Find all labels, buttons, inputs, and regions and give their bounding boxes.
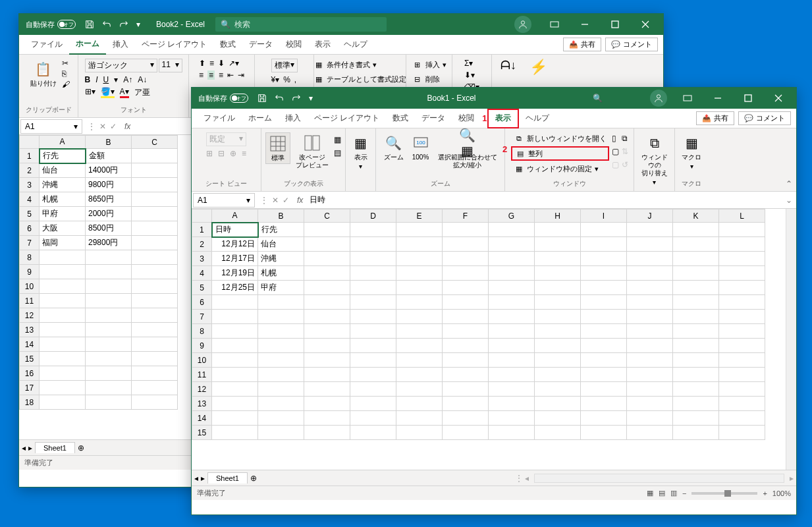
cell[interactable] [443,382,489,397]
cell[interactable] [350,339,396,353]
row-header[interactable]: 4 [192,266,212,281]
cell[interactable] [581,266,627,281]
cell[interactable]: 仙台 [258,237,304,252]
tab-insert[interactable]: 挿入 [106,35,135,55]
cut-icon[interactable]: ✂ [62,59,70,68]
select-all-corner[interactable] [192,209,212,223]
cell[interactable] [304,426,350,440]
cell[interactable] [396,339,443,353]
sheet-nav-next-icon[interactable]: ▸ [201,474,205,483]
cell[interactable] [212,411,258,426]
redo-icon[interactable] [292,94,301,103]
cell[interactable] [212,339,258,353]
row-header[interactable]: 7 [192,310,212,324]
tab-home[interactable]: ホーム [242,109,279,128]
titlebar[interactable]: 自動保存 オフ ▾ Book2 - Excel 🔍 検索 [19,14,663,35]
cell[interactable] [258,368,304,382]
save-icon[interactable] [257,94,267,103]
cell[interactable] [304,382,350,397]
new-sheet-icon[interactable]: ⊕ [250,474,257,483]
cell[interactable] [719,310,765,324]
cell[interactable] [581,237,627,252]
cell[interactable] [396,310,443,324]
cell[interactable] [535,411,581,426]
cell[interactable] [489,295,535,310]
cell[interactable] [627,295,673,310]
cell[interactable] [304,411,350,426]
maximize-button[interactable] [600,14,630,35]
align-bot-icon[interactable]: ⬇ [218,59,225,68]
cell[interactable] [396,295,443,310]
cell[interactable] [719,426,765,440]
cell[interactable] [443,223,489,237]
cell[interactable] [673,397,719,411]
cell[interactable] [489,411,535,426]
cell[interactable] [535,310,581,324]
qat-dropdown-icon[interactable]: ▾ [309,94,313,103]
cell[interactable] [443,237,489,252]
col-header[interactable]: I [581,209,627,223]
cell[interactable] [350,411,396,426]
macro-button[interactable]: ▦ マクロ▾ [679,132,704,172]
ribbon-mode-icon[interactable] [539,14,570,35]
cell[interactable] [627,339,673,353]
cell[interactable] [350,223,396,237]
cell[interactable] [489,382,535,397]
cell[interactable] [535,426,581,440]
tab-help[interactable]: ヘルプ [519,109,556,128]
cell[interactable] [489,310,535,324]
cell[interactable] [535,223,581,237]
cell[interactable] [212,295,258,310]
col-header[interactable]: J [627,209,673,223]
horizontal-scrollbar[interactable] [534,474,784,483]
cell[interactable] [673,310,719,324]
cell[interactable] [535,353,581,368]
cell[interactable] [443,397,489,411]
col-header[interactable]: B [258,209,304,223]
cell[interactable] [443,252,489,266]
cell[interactable] [350,237,396,252]
cell[interactable] [212,397,258,411]
cell[interactable] [258,353,304,368]
cell[interactable] [627,368,673,382]
indent-inc-icon[interactable]: ⇥ [238,70,244,80]
show-button[interactable]: ▦ 表示▾ [349,132,373,172]
user-avatar-icon[interactable] [650,90,667,107]
cell[interactable] [535,397,581,411]
copy-icon[interactable]: ⎘ [62,69,70,78]
cell[interactable] [535,382,581,397]
collapse-ribbon-icon[interactable]: ⌃ [786,179,792,188]
cell[interactable] [535,324,581,339]
cell[interactable] [258,295,304,310]
page-layout-view-icon[interactable]: ▤ [659,489,665,497]
cell[interactable] [489,397,535,411]
cell[interactable] [258,324,304,339]
formula-expand-icon[interactable]: ⌄ [782,196,796,205]
cell[interactable] [627,411,673,426]
freeze-panes-button[interactable]: ▦ウィンドウ枠の固定▾ [511,163,609,175]
tab-data[interactable]: データ [415,109,452,128]
cell[interactable] [396,266,443,281]
formula-bar[interactable]: 日時 [306,194,782,206]
cell[interactable] [581,223,627,237]
paste-button[interactable]: 📋 貼り付け [28,59,59,89]
close-button[interactable] [763,88,794,109]
normal-view-icon[interactable]: ▦ [647,489,653,497]
cell[interactable] [719,411,765,426]
toggle-off-icon[interactable]: オフ [230,94,248,103]
minimize-button[interactable] [703,88,733,109]
cell[interactable]: 札幌 [258,266,304,281]
maximize-button[interactable] [733,88,763,109]
cell[interactable] [581,411,627,426]
worksheet-grid[interactable]: ABCDEFGHIJKL 1日時行先212月12日仙台312月17日沖縄412月… [192,209,765,440]
tab-data[interactable]: データ [242,35,279,55]
orientation-icon[interactable]: ↗▾ [229,59,239,68]
font-shrink-icon[interactable]: A↓ [138,75,147,84]
cell[interactable] [304,353,350,368]
cell[interactable] [581,353,627,368]
cell[interactable] [396,368,443,382]
reset-pos-icon[interactable]: ↺ [622,160,628,169]
cell[interactable] [673,353,719,368]
cell[interactable] [304,339,350,353]
cell[interactable] [443,266,489,281]
